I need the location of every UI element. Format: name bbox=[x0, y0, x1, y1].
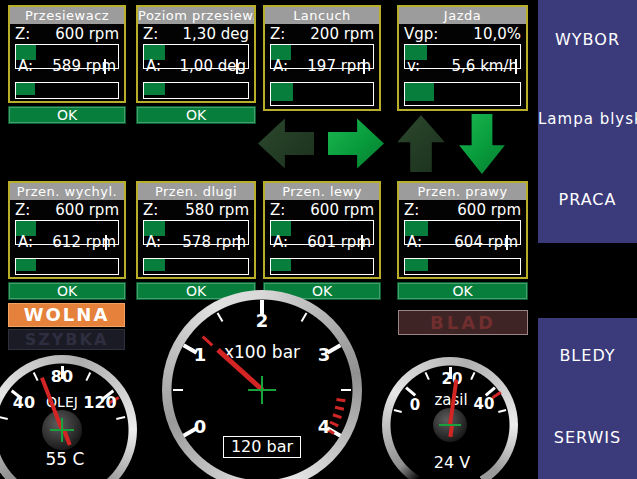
panel-jazda: Jazda Vgp:10,0% v:5,6 km/h bbox=[397, 5, 528, 111]
gauge-value: 55 C bbox=[46, 449, 85, 469]
v-bar bbox=[404, 82, 521, 106]
sidebar-top: WYBOR Lampa blysk PRACA bbox=[538, 0, 637, 243]
z-value: 600 rpm bbox=[457, 201, 521, 219]
a-value: 1,00 deg bbox=[180, 57, 246, 75]
gauge-pressure: 0 1 2 3 4 x100 bar 120 bar bbox=[162, 290, 362, 479]
z-label: Z: bbox=[15, 201, 30, 219]
tick-label: 40 bbox=[13, 393, 35, 412]
ok-button[interactable]: OK bbox=[397, 282, 528, 300]
a-bar bbox=[404, 258, 521, 275]
gauge-supply: 0 20 40 zasil 24 V bbox=[382, 357, 518, 479]
pressure-readout: 120 bar bbox=[223, 436, 301, 458]
z-value: 600 rpm bbox=[55, 25, 119, 43]
panel-title: Przen. lewy bbox=[265, 183, 379, 200]
arrow-up-icon[interactable] bbox=[394, 115, 448, 172]
hmi-screen: Przesiewacz Z:600 rpm A:589 rpm OK Pozio… bbox=[0, 0, 637, 479]
z-value: 600 rpm bbox=[55, 201, 119, 219]
crosshair-icon bbox=[439, 424, 461, 426]
a-label: A: bbox=[146, 57, 161, 75]
a-label: A: bbox=[18, 57, 33, 75]
gauge-value: 24 V bbox=[434, 453, 470, 472]
panel-title: Przen. wychyl. bbox=[10, 183, 124, 200]
tick-label: 3 bbox=[318, 344, 331, 365]
tick-label: 2 bbox=[256, 310, 269, 331]
a-bar bbox=[270, 82, 374, 106]
ok-button[interactable]: OK bbox=[8, 106, 126, 124]
tick-label: 80 bbox=[51, 367, 73, 386]
z-bar: A:578 rpm bbox=[143, 220, 249, 245]
z-bar: A:604 rpm bbox=[404, 220, 521, 245]
a-label: A: bbox=[407, 233, 422, 251]
arrow-down-icon[interactable] bbox=[456, 114, 508, 174]
panel-przesiewacz: Przesiewacz Z:600 rpm A:589 rpm OK bbox=[8, 5, 126, 124]
sidebar-bottom: BLEDY SERWIS bbox=[538, 318, 637, 479]
tick-label: 20 bbox=[442, 370, 463, 388]
tick-label: 4 bbox=[318, 416, 331, 437]
sidebar-item-lampa-blysk[interactable]: Lampa blysk bbox=[538, 110, 637, 128]
vgp-bar: v:5,6 km/h bbox=[404, 44, 521, 69]
z-bar: A:589 rpm bbox=[15, 44, 119, 69]
panel-przen-wychyl: Przen. wychyl. Z:600 rpm A:612 rpm OK bbox=[8, 181, 126, 300]
tick-label: 0 bbox=[194, 416, 207, 437]
a-label: A: bbox=[18, 233, 33, 251]
a-value: 601 rpm bbox=[307, 233, 371, 251]
z-label: Z: bbox=[270, 201, 285, 219]
tick-label: 40 bbox=[474, 395, 495, 413]
a-value: 589 rpm bbox=[52, 57, 116, 75]
sidebar-item-serwis[interactable]: SERWIS bbox=[538, 428, 637, 447]
ok-button[interactable]: OK bbox=[8, 282, 126, 300]
z-value: 580 rpm bbox=[185, 201, 249, 219]
a-value: 578 rpm bbox=[182, 233, 246, 251]
a-value: 604 rpm bbox=[454, 233, 518, 251]
sidebar-item-praca[interactable]: PRACA bbox=[538, 190, 637, 209]
redzone-tick bbox=[336, 398, 345, 402]
a-label: A: bbox=[273, 57, 288, 75]
a-bar bbox=[15, 82, 119, 99]
sidebar-item-bledy[interactable]: BLEDY bbox=[538, 346, 637, 365]
z-label: Z: bbox=[143, 201, 158, 219]
z-bar: A:601 rpm bbox=[270, 220, 374, 245]
panel-title: Przesiewacz bbox=[10, 7, 124, 24]
a-bar bbox=[15, 258, 119, 275]
panel-title: Przen. dlugi bbox=[138, 183, 254, 200]
a-bar bbox=[270, 258, 374, 275]
z-label: Z: bbox=[404, 201, 419, 219]
panel-title: Poziom przesiew. bbox=[138, 7, 254, 24]
z-label: Z: bbox=[15, 25, 30, 43]
arrow-left-icon[interactable] bbox=[258, 115, 314, 172]
badge-wolna[interactable]: WOLNA bbox=[8, 303, 125, 327]
ok-button[interactable]: OK bbox=[136, 106, 256, 124]
tick-label: 0 bbox=[410, 396, 420, 414]
panel-przen-lewy: Przen. lewy Z:600 rpm A:601 rpm OK bbox=[263, 181, 381, 300]
arrow-right-icon[interactable] bbox=[328, 115, 384, 172]
z-label: Z: bbox=[143, 25, 158, 43]
z-value: 1,30 deg bbox=[183, 25, 249, 43]
badge-szybka[interactable]: SZYBKA bbox=[8, 329, 125, 350]
vgp-value: 10,0% bbox=[473, 25, 521, 43]
a-label: A: bbox=[146, 233, 161, 251]
z-bar: A:612 rpm bbox=[15, 220, 119, 245]
panel-lancuch: Lancuch Z:200 rpm A:197 rpm bbox=[263, 5, 381, 111]
z-bar: A:1,00 deg bbox=[143, 44, 249, 69]
panel-title: Jazda bbox=[399, 7, 526, 24]
z-value: 600 rpm bbox=[310, 201, 374, 219]
panel-poziom-przesiew: Poziom przesiew. Z:1,30 deg A:1,00 deg O… bbox=[136, 5, 256, 124]
panel-przen-prawy: Przen. prawy Z:600 rpm A:604 rpm OK bbox=[397, 181, 528, 300]
a-bar bbox=[143, 258, 249, 275]
sidebar-item-wybor[interactable]: WYBOR bbox=[538, 30, 637, 49]
a-value: 197 rpm bbox=[307, 57, 371, 75]
vgp-label: Vgp: bbox=[404, 25, 438, 43]
gauge-oil: 40 80 120 OLEJ 55 C bbox=[0, 355, 137, 479]
z-value: 200 rpm bbox=[310, 25, 374, 43]
v-label: v: bbox=[407, 57, 420, 75]
z-label: Z: bbox=[270, 25, 285, 43]
panel-title: Lancuch bbox=[265, 7, 379, 24]
tick-label: 120 bbox=[83, 393, 116, 412]
badge-blad: BLAD bbox=[398, 310, 528, 335]
a-bar bbox=[143, 82, 249, 99]
z-bar: A:197 rpm bbox=[270, 44, 374, 69]
tick-label: 1 bbox=[194, 344, 207, 365]
a-label: A: bbox=[273, 233, 288, 251]
panel-przen-dlugi: Przen. dlugi Z:580 rpm A:578 rpm OK bbox=[136, 181, 256, 300]
v-value: 5,6 km/h bbox=[452, 57, 518, 75]
